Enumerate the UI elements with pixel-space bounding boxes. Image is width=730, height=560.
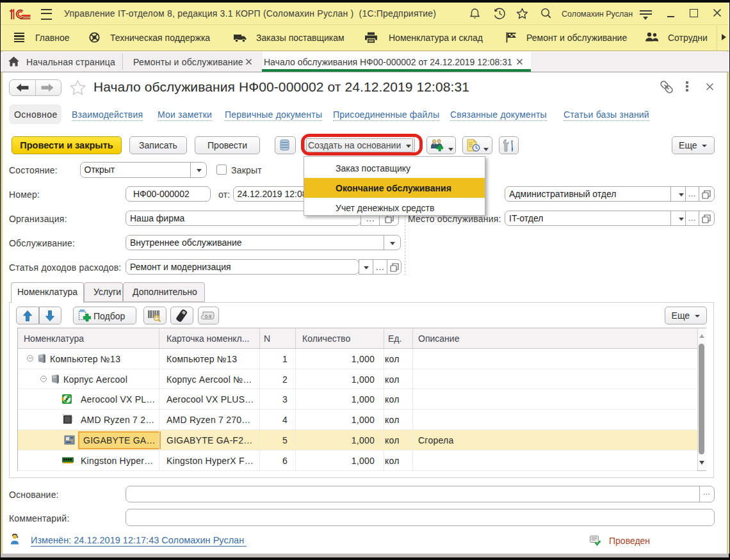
svg-text:0-9: 0-9 (205, 314, 211, 319)
